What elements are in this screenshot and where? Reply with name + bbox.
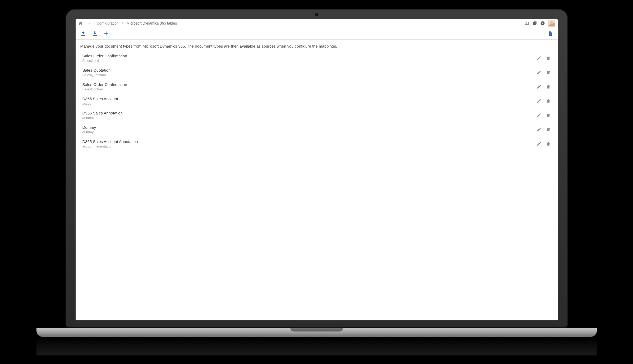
list-item: Sales Order ConfirmationSalesConfirm xyxy=(76,80,558,94)
open-window-icon[interactable] xyxy=(532,21,537,26)
app-screen: Configuration Microsoft Dynamics 365 tab… xyxy=(76,19,558,320)
page-description: Manage your document types from Microsof… xyxy=(76,40,558,50)
list-item-subtitle: SalesConfi xyxy=(82,59,537,63)
list-item-title: D365 Sales Annotation xyxy=(82,111,537,115)
list-item: D365 Sales Account Annotationaccount_ann… xyxy=(76,137,558,151)
svg-rect-2 xyxy=(542,22,543,23)
download-icon[interactable] xyxy=(92,31,98,36)
list-item-title: Sales Quotation xyxy=(82,68,537,72)
laptop-lid: Configuration Microsoft Dynamics 365 tab… xyxy=(66,9,568,328)
breadcrumb: Configuration Microsoft Dynamics 365 tab… xyxy=(78,21,522,26)
delete-icon[interactable] xyxy=(546,113,551,118)
edit-icon[interactable] xyxy=(537,56,541,61)
add-icon[interactable] xyxy=(104,31,109,36)
upload-icon[interactable] xyxy=(80,31,86,36)
list-item-title: Dummy xyxy=(82,125,537,130)
delete-icon[interactable] xyxy=(546,99,551,103)
list-item-title: Sales Order Confirmation xyxy=(82,54,537,58)
edit-icon[interactable] xyxy=(537,99,541,103)
list-item: Sales Order ConfirmationSalesConfi xyxy=(76,51,558,65)
list-item-subtitle: account xyxy=(82,102,537,105)
breadcrumb-current: Microsoft Dynamics 365 tables xyxy=(127,21,177,25)
list-item-title: Sales Order Confirmation xyxy=(82,82,537,87)
list-item-subtitle: SalesConfirm xyxy=(82,87,537,91)
info-icon[interactable] xyxy=(540,21,545,26)
breadcrumb-parent[interactable]: Configuration xyxy=(97,21,119,25)
laptop-reflection xyxy=(36,337,597,355)
svg-rect-1 xyxy=(542,23,543,24)
edit-icon[interactable] xyxy=(537,141,541,146)
file-download-icon[interactable] xyxy=(548,31,553,36)
edit-icon[interactable] xyxy=(537,70,541,75)
delete-icon[interactable] xyxy=(546,56,551,61)
edit-icon[interactable] xyxy=(537,84,541,89)
laptop-mockup: Configuration Microsoft Dynamics 365 tab… xyxy=(66,9,568,355)
list-item-title: D365 Sales Account xyxy=(82,96,537,101)
edit-icon[interactable] xyxy=(537,113,541,118)
list-item: Sales QuotationSalesQuotation xyxy=(76,65,558,80)
laptop-notch xyxy=(290,328,343,331)
laptop-base xyxy=(36,328,597,337)
list-item-subtitle: annotation xyxy=(82,116,537,120)
list-item: D365 Sales Accountaccount xyxy=(76,94,558,108)
delete-icon[interactable] xyxy=(546,127,551,132)
document-type-list: Sales Order ConfirmationSalesConfiSales … xyxy=(76,50,558,156)
chevron-right-icon xyxy=(121,22,124,25)
delete-icon[interactable] xyxy=(546,70,551,75)
delete-icon[interactable] xyxy=(546,84,551,89)
chevron-left-icon[interactable] xyxy=(89,22,91,25)
panel-layout-icon[interactable] xyxy=(524,21,529,26)
list-item-subtitle: dummy xyxy=(82,130,537,134)
toolbar xyxy=(76,28,558,40)
topbar: Configuration Microsoft Dynamics 365 tab… xyxy=(76,19,558,28)
list-item: Dummydummy xyxy=(76,122,558,137)
laptop-camera xyxy=(315,13,318,16)
list-item: D365 Sales Annotationannotation xyxy=(76,108,558,122)
avatar[interactable] xyxy=(548,20,555,27)
list-item-subtitle: SalesQuotation xyxy=(82,73,537,77)
home-icon[interactable] xyxy=(78,21,83,26)
divider xyxy=(94,21,94,26)
list-item-title: D365 Sales Account Annotation xyxy=(82,139,537,144)
edit-icon[interactable] xyxy=(537,127,541,132)
delete-icon[interactable] xyxy=(546,141,551,146)
list-item-subtitle: account_annotation xyxy=(82,144,537,148)
divider xyxy=(86,21,86,26)
